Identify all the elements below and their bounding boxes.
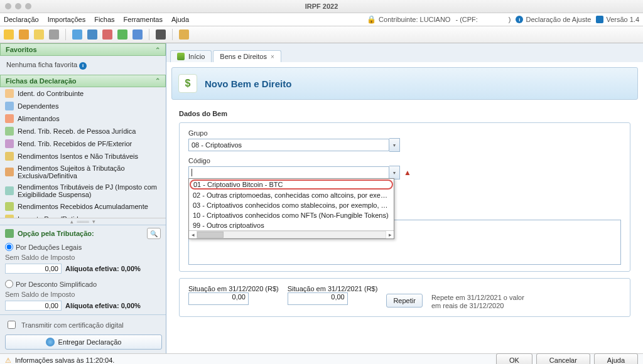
menu-declaracao[interactable]: Declaração xyxy=(4,16,39,23)
info-icon[interactable]: i xyxy=(79,62,87,70)
codigo-opt-02[interactable]: 02 - Outras criptomoedas, conhecidas com… xyxy=(189,190,394,200)
menu-importacoes[interactable]: Importações xyxy=(48,16,86,23)
sidebar-bottom: Transmitir com certificação digital Entr… xyxy=(0,314,166,353)
dollar-icon: $ xyxy=(178,74,197,93)
repetir-button[interactable]: Repetir xyxy=(386,294,422,308)
calc-small-icon xyxy=(5,229,14,238)
ficha-dependentes[interactable]: Dependentes xyxy=(0,100,166,112)
collapse-icon[interactable]: ⌃ xyxy=(155,46,160,53)
ficha-imposto-pago[interactable]: Imposto Pago/Retido xyxy=(0,213,166,218)
section-title: Dados do Bem xyxy=(179,110,638,117)
codigo-combo-btn[interactable]: ▾ xyxy=(389,166,400,179)
aliq-simpl: Alíquota efetiva: 0,00% xyxy=(65,302,141,309)
grupo-label: Grupo xyxy=(188,129,621,137)
sit2021-input[interactable]: 0,00 xyxy=(288,292,348,305)
main: Início Bens e Direitos× $ Novo Bem e Dir… xyxy=(166,43,643,353)
menubar: Declaração Importações Fichas Ferramenta… xyxy=(0,13,643,26)
situacao-row: Situação em 31/12/2020 (R$) 0,00 Situaçã… xyxy=(179,278,630,317)
new-icon[interactable] xyxy=(4,29,14,40)
radio-deducoes[interactable] xyxy=(5,243,13,251)
tab-bens[interactable]: Bens e Direitos× xyxy=(213,50,281,62)
ficha-acumulado[interactable]: Rendimentos Recebidos Acumuladamente xyxy=(0,200,166,213)
collapse-icon[interactable]: ⌃ xyxy=(155,77,160,84)
codigo-opt-10[interactable]: 10 - Criptoativos conhecidos como NFTs (… xyxy=(189,210,394,220)
window-title: IRPF 2022 xyxy=(305,3,338,10)
grupo-combo-btn[interactable]: ▾ xyxy=(389,138,400,152)
cert-checkbox[interactable] xyxy=(8,321,16,329)
contribuinte-badge: 🔒Contribuinte: LUCIANO xyxy=(367,15,450,24)
fichas-list: Ident. do Contribuinte Dependentes Alime… xyxy=(0,87,166,218)
undo-icon[interactable] xyxy=(102,29,112,40)
search-icon[interactable]: 🔍 xyxy=(147,228,161,239)
ajuste-badge: iDeclaração de Ajuste xyxy=(516,16,591,23)
check-icon[interactable] xyxy=(117,29,127,40)
sit2020-label: Situação em 31/12/2020 (R$) xyxy=(188,285,279,292)
sit2021-label: Situação em 31/12/2021 (R$) xyxy=(288,285,378,292)
page-title: Novo Bem e Direito xyxy=(205,78,291,89)
codigo-combo[interactable] xyxy=(188,166,389,179)
ficha-rend-pf[interactable]: Rend. Trib. Recebidos de PF/Exterior xyxy=(0,137,166,150)
codigo-label: Código xyxy=(188,157,621,164)
trash-icon[interactable] xyxy=(49,29,59,40)
home-icon xyxy=(177,53,185,60)
entregar-button[interactable]: Entregar Declaração xyxy=(5,335,162,350)
calc-icon[interactable] xyxy=(156,29,166,40)
page-header: $ Novo Bem e Direito xyxy=(171,67,638,100)
radio-simplificado[interactable] xyxy=(5,280,13,288)
sit2020-input[interactable]: 0,00 xyxy=(188,292,249,305)
min-dot[interactable] xyxy=(15,3,21,9)
ficha-isentos[interactable]: Rendimentos Isentos e Não Tributáveis xyxy=(0,150,166,163)
versao-badge: Versão 1.4 xyxy=(596,16,639,23)
contribuinte-label: Contribuinte: LUCIANO xyxy=(379,16,450,23)
close-dot[interactable] xyxy=(5,3,11,9)
import-icon[interactable] xyxy=(87,29,97,40)
grupo-combo[interactable]: 08 - Criptoativos xyxy=(188,139,389,151)
form-dados-bem: Grupo 08 - Criptoativos ▾ Código ▾ ▲ 01 … xyxy=(179,122,630,272)
info-icon: i xyxy=(516,16,523,23)
menu-ajuda[interactable]: Ajuda xyxy=(171,16,189,23)
saldo-deducoes-val: 0,00 xyxy=(5,264,62,274)
print-icon[interactable] xyxy=(132,29,143,40)
cert-label: Transmitir com certificação digital xyxy=(21,321,124,329)
saldo-simpl-label: Sem Saldo de Imposto xyxy=(5,291,75,298)
tab-inicio[interactable]: Início xyxy=(170,50,212,62)
codigo-opt-03[interactable]: 03 - Criptoativos conhecidos como stable… xyxy=(189,200,394,210)
repetir-hint: Repete em 31/12/2021 o valor em reais de… xyxy=(431,294,524,310)
menu-ferramentas[interactable]: Ferramentas xyxy=(124,16,163,23)
copy-icon[interactable] xyxy=(34,29,44,40)
codigo-opt-99[interactable]: 99 - Outros criptoativos xyxy=(189,220,394,230)
sidebar-scroll[interactable]: ▴ ═══ ▾ xyxy=(0,218,166,225)
versao-label: Versão 1.4 xyxy=(606,16,639,23)
help-icon[interactable] xyxy=(179,29,189,40)
ficha-exig-susp[interactable]: Rendimentos Tributáveis de PJ (Imposto c… xyxy=(0,181,166,200)
cpf-label: - (CPF: ) xyxy=(455,16,511,23)
statusbar: ⚠ Informações salvas às 11:20:04. OK Can… xyxy=(0,353,643,364)
warning-icon: ▲ xyxy=(404,168,411,177)
tabs: Início Bens e Direitos× xyxy=(166,43,643,62)
menu-fichas[interactable]: Fichas xyxy=(94,16,114,23)
dropdown-scrollbar[interactable]: ◂▸ xyxy=(189,230,394,238)
titlebar: IRPF 2022 xyxy=(0,0,643,13)
ajuda-button[interactable]: Ajuda xyxy=(594,353,638,364)
opcao-tributacao: Opção pela Tributação:🔍 Por Deduções Leg… xyxy=(0,225,166,314)
app-icon xyxy=(596,16,603,23)
open-icon[interactable] xyxy=(19,29,29,40)
window-controls[interactable] xyxy=(5,3,31,9)
fichas-header[interactable]: Fichas da Declaração⌃ xyxy=(0,75,166,87)
save-icon[interactable] xyxy=(72,29,82,40)
codigo-opt-01[interactable]: 01 - Criptoativo Bitcoin - BTC xyxy=(190,179,393,190)
saldo-simpl-val: 0,00 xyxy=(5,301,62,311)
ok-button[interactable]: OK xyxy=(496,353,532,364)
ficha-alimentandos[interactable]: Alimentandos xyxy=(0,112,166,125)
opt-deducoes-label: Por Deduções Legais xyxy=(16,244,82,251)
favoritos-header[interactable]: Favoritos⌃ xyxy=(0,43,166,56)
max-dot[interactable] xyxy=(25,3,31,9)
cancelar-button[interactable]: Cancelar xyxy=(536,353,590,364)
ficha-exclusiva[interactable]: Rendimentos Sujeitos à Tributação Exclus… xyxy=(0,163,166,181)
warning-icon: ⚠ xyxy=(5,356,11,365)
codigo-dropdown: 01 - Criptoativo Bitcoin - BTC 02 - Outr… xyxy=(188,178,394,239)
ficha-ident[interactable]: Ident. do Contribuinte xyxy=(0,87,166,100)
close-tab-icon[interactable]: × xyxy=(271,53,274,60)
ficha-rend-pj[interactable]: Rend. Trib. Receb. de Pessoa Jurídica xyxy=(0,125,166,137)
lock-icon: 🔒 xyxy=(367,15,376,24)
